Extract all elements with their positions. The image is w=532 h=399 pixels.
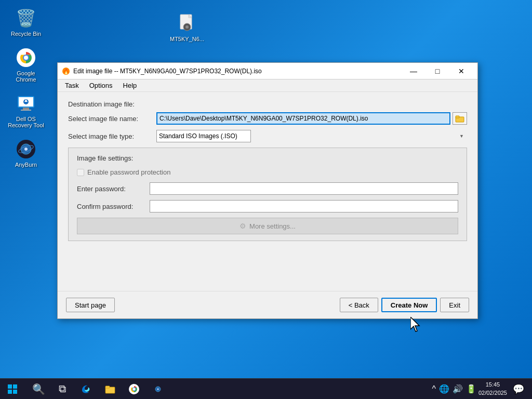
svg-rect-21 [13, 384, 17, 389]
svg-point-10 [24, 148, 28, 151]
start-button[interactable] [0, 379, 25, 400]
anyburn-icon[interactable]: AnyBurn [5, 136, 47, 170]
settings-box: Image file settings: Enable password pro… [68, 148, 467, 241]
back-button[interactable]: < Back [340, 298, 378, 312]
image-file-name-input[interactable] [156, 112, 450, 125]
browse-button[interactable] [453, 112, 467, 125]
close-button[interactable]: ✕ [449, 63, 473, 79]
image-file-type-row: Select image file type: Standard ISO Ima… [68, 130, 467, 142]
volume-icon: 🔊 [453, 384, 463, 394]
dialog-content: Destination image file: Select image fil… [58, 92, 477, 249]
svg-marker-19 [410, 317, 419, 331]
tray-chevron[interactable]: ^ [432, 384, 436, 394]
enter-password-label: Enter password: [77, 185, 150, 193]
gear-icon: ⚙ [240, 222, 246, 230]
more-settings-label: More settings... [249, 222, 296, 230]
taskbar-chrome[interactable] [123, 379, 145, 399]
footer-right-buttons: < Back Create Now Exit [340, 298, 469, 312]
menu-task[interactable]: Task [60, 80, 84, 91]
recycle-bin-label: Recycle Bin [11, 31, 41, 37]
enable-password-checkbox[interactable] [77, 169, 84, 176]
menu-bar: Task Options Help [58, 79, 477, 92]
minimize-button[interactable]: — [402, 63, 425, 79]
dialog-icon: 🔥 [62, 67, 70, 75]
google-chrome-icon[interactable]: Google Chrome [5, 45, 47, 85]
settings-title: Image file settings: [77, 154, 458, 162]
taskbar: 🔍 ⧉ [0, 378, 532, 399]
start-page-button[interactable]: Start page [66, 298, 115, 312]
enter-password-row: Enter password: [77, 182, 458, 195]
image-file-name-label: Select image file name: [68, 115, 156, 123]
confirm-password-label: Confirm password: [77, 203, 150, 210]
taskbar-edge[interactable] [75, 379, 98, 399]
maximize-button[interactable]: □ [425, 63, 449, 79]
svg-rect-18 [456, 116, 459, 118]
notification-button[interactable]: 💬 [509, 379, 528, 399]
image-file-type-select-wrapper: Standard ISO Images (.ISO) DVD/Blu-ray D… [156, 130, 467, 142]
google-chrome-label: Google Chrome [8, 70, 44, 83]
dialog-title: Edit image file -- MT5KY_N6N9GA00_W7SP1P… [73, 68, 402, 75]
image-file-type-label: Select image file type: [68, 132, 156, 140]
enter-password-input[interactable] [150, 182, 458, 195]
taskbar-explorer[interactable] [99, 379, 122, 399]
taskbar-taskview[interactable]: ⧉ [51, 379, 74, 399]
svg-rect-20 [8, 384, 12, 389]
taskbar-search[interactable]: 🔍 [27, 379, 50, 399]
recycle-bin-icon[interactable]: 🗑️ Recycle Bin [5, 5, 47, 39]
svg-point-31 [157, 388, 159, 390]
menu-help[interactable]: Help [118, 80, 142, 91]
desktop: 🗑️ Recycle Bin Google Chrome [0, 0, 532, 399]
taskbar-items: 🔍 ⧉ [27, 379, 169, 399]
mt5ky-file-icon[interactable]: MT5KY_N6... [166, 10, 208, 45]
system-tray: ^ 🌐 🔊 🔋 [432, 384, 476, 394]
svg-text:🔥: 🔥 [63, 68, 70, 75]
dell-os-recovery-icon[interactable]: Dell OS Recovery Tool [5, 90, 47, 131]
svg-rect-6 [21, 110, 31, 111]
clock-time: 15:45 [478, 381, 507, 389]
svg-point-2 [24, 56, 28, 60]
confirm-password-input[interactable] [150, 200, 458, 212]
battery-icon: 🔋 [466, 384, 476, 394]
clock[interactable]: 15:45 02/02/2025 [478, 381, 507, 397]
svg-rect-5 [23, 108, 29, 110]
mouse-cursor [410, 317, 423, 335]
image-file-name-row: Select image file name: [68, 112, 467, 125]
dialog-window: 🔥 Edit image file -- MT5KY_N6N9GA00_W7SP… [57, 62, 478, 319]
confirm-password-row: Confirm password: [77, 200, 458, 212]
exit-button[interactable]: Exit [440, 298, 469, 312]
title-bar-controls: — □ ✕ [402, 63, 473, 79]
clock-date: 02/02/2025 [478, 389, 507, 397]
dell-os-recovery-label: Dell OS Recovery Tool [8, 116, 44, 128]
network-icon: 🌐 [439, 384, 449, 394]
destination-section-label: Destination image file: [68, 100, 467, 108]
svg-point-14 [185, 25, 189, 29]
title-bar: 🔥 Edit image file -- MT5KY_N6N9GA00_W7SP… [58, 63, 477, 79]
create-now-button[interactable]: Create Now [381, 298, 437, 312]
svg-point-28 [133, 388, 136, 390]
menu-options[interactable]: Options [84, 80, 118, 91]
more-settings-button[interactable]: ⚙ More settings... [77, 218, 458, 234]
desktop-icons: 🗑️ Recycle Bin Google Chrome [5, 5, 47, 170]
taskbar-anyburn[interactable] [147, 379, 169, 399]
enable-password-row: Enable password protection [77, 168, 458, 176]
svg-rect-25 [105, 386, 110, 388]
taskbar-right: ^ 🌐 🔊 🔋 15:45 02/02/2025 💬 [432, 379, 532, 399]
anyburn-label: AnyBurn [15, 162, 37, 168]
mt5ky-file-label: MT5KY_N6... [170, 36, 204, 42]
svg-rect-23 [13, 390, 17, 394]
svg-rect-22 [8, 390, 12, 394]
image-file-type-select[interactable]: Standard ISO Images (.ISO) DVD/Blu-ray D… [156, 130, 251, 142]
enable-password-label: Enable password protection [87, 168, 170, 176]
dialog-footer: Start page < Back Create Now Exit [58, 291, 477, 318]
